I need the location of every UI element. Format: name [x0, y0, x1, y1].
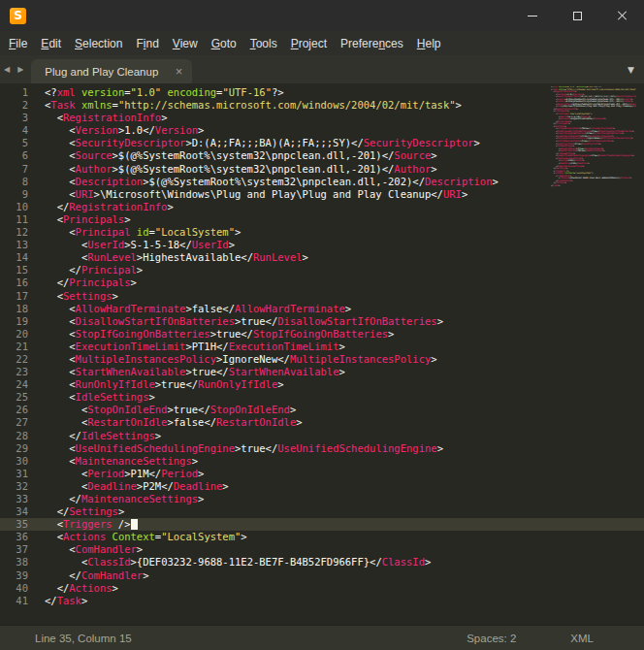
line-number: 18 — [0, 303, 37, 315]
line-number: 10 — [0, 201, 37, 213]
code-line-35[interactable]: 35 <Triggers /> — [0, 518, 644, 531]
menu-project[interactable]: Project — [284, 34, 334, 53]
line-number: 16 — [0, 276, 37, 289]
close-icon — [616, 10, 628, 21]
minimap[interactable]: <?xml version="1.0" encoding="UTF-16"?><… — [551, 86, 636, 625]
code-line-2[interactable]: 2<Task xmlns="http://schemas.microsoft.c… — [0, 99, 644, 112]
line-number: 13 — [0, 239, 37, 251]
menu-view[interactable]: View — [166, 34, 205, 53]
minimize-icon — [528, 16, 537, 16]
code-line-16[interactable]: 16 </Principals> — [0, 276, 644, 289]
code-line-10[interactable]: 10 </RegistrationInfo> — [0, 201, 644, 213]
line-number: 22 — [0, 353, 37, 366]
code-line-30[interactable]: 30 <MaintenanceSettings> — [0, 455, 644, 468]
code-area[interactable]: 1<?xml version="1.0" encoding="UTF-16"?>… — [0, 86, 644, 607]
menu-bar: FileEditSelectionFindViewGotoToolsProjec… — [0, 31, 644, 55]
line-number: 24 — [0, 378, 37, 391]
maximize-button[interactable] — [555, 0, 599, 31]
code-line-37[interactable]: 37 <ComHandler> — [0, 543, 644, 556]
line-number: 37 — [0, 543, 37, 556]
code-line-40[interactable]: 40 </Actions> — [0, 582, 644, 595]
code-line-38[interactable]: 38 <ClassId>{DEF03232-9688-11E2-BE7F-B4B… — [0, 556, 644, 569]
menu-selection[interactable]: Selection — [68, 34, 129, 53]
code-line-15[interactable]: 15 </Principal> — [0, 264, 644, 276]
line-number: 23 — [0, 366, 37, 378]
code-line-20[interactable]: 20 <StopIfGoingOnBatteries>true</StopIfG… — [0, 328, 644, 341]
code-line-4[interactable]: 4 <Version>1.0</Version> — [0, 124, 644, 137]
line-number: 29 — [0, 442, 37, 455]
menu-tools[interactable]: Tools — [243, 34, 284, 53]
line-number: 11 — [0, 213, 37, 226]
status-syntax[interactable]: XML — [570, 633, 594, 644]
code-line-3[interactable]: 3 <RegistrationInfo> — [0, 112, 644, 124]
line-number: 39 — [0, 569, 37, 582]
menu-file[interactable]: File — [2, 34, 34, 53]
code-line-18[interactable]: 18 <AllowHardTerminate>false</AllowHardT… — [0, 303, 644, 315]
code-line-14[interactable]: 14 <RunLevel>HighestAvailable</RunLevel> — [0, 251, 644, 264]
title-bar: S — [0, 0, 644, 31]
menu-edit[interactable]: Edit — [34, 34, 68, 53]
code-line-6[interactable]: 6 <Source>$(@%SystemRoot%\system32\pnpcl… — [0, 149, 644, 162]
code-line-21[interactable]: 21 <ExecutionTimeLimit>PT1H</ExecutionTi… — [0, 341, 644, 353]
code-line-27[interactable]: 27 <RestartOnIdle>false</RestartOnIdle> — [0, 416, 644, 429]
line-number: 9 — [0, 188, 37, 201]
code-line-5[interactable]: 5 <SecurityDescriptor>D:(A;;FA;;;BA)(A;;… — [0, 137, 644, 149]
code-line-39[interactable]: 39 </ComHandler> — [0, 569, 644, 582]
code-line-24[interactable]: 24 <RunOnlyIfIdle>true</RunOnlyIfIdle> — [0, 378, 644, 391]
line-number: 19 — [0, 315, 37, 328]
menu-goto[interactable]: Goto — [205, 34, 243, 53]
code-line-25[interactable]: 25 <IdleSettings> — [0, 391, 644, 404]
status-indentation[interactable]: Spaces: 2 — [467, 633, 516, 644]
status-right-group: Spaces: 2 XML — [467, 633, 594, 644]
status-bar: Line 35, Column 15 Spaces: 2 XML — [0, 625, 644, 650]
line-number: 33 — [0, 493, 37, 505]
code-line-41[interactable]: 41</Task> — [0, 595, 644, 607]
line-number: 1 — [0, 86, 37, 99]
line-number: 31 — [0, 468, 37, 480]
menu-help[interactable]: Help — [410, 34, 448, 53]
line-number: 20 — [0, 328, 37, 341]
menu-find[interactable]: Find — [129, 34, 165, 53]
close-button[interactable] — [599, 0, 644, 31]
code-line-1[interactable]: 1<?xml version="1.0" encoding="UTF-16"?> — [0, 86, 644, 99]
code-line-23[interactable]: 23 <StartWhenAvailable>true</StartWhenAv… — [0, 366, 644, 378]
code-line-34[interactable]: 34 </Settings> — [0, 505, 644, 518]
line-number: 40 — [0, 582, 37, 595]
tab-overflow-icon[interactable]: ▼ — [628, 65, 634, 75]
code-line-33[interactable]: 33 </MaintenanceSettings> — [0, 493, 644, 505]
code-line-19[interactable]: 19 <DisallowStartIfOnBatteries>true</Dis… — [0, 315, 644, 328]
line-number: 17 — [0, 290, 37, 303]
code-line-29[interactable]: 29 <UseUnifiedSchedulingEngine>true</Use… — [0, 442, 644, 455]
code-line-9[interactable]: 9 <URI>\Microsoft\Windows\Plug and Play\… — [0, 188, 644, 201]
menu-preferences[interactable]: Preferences — [334, 34, 410, 53]
code-line-11[interactable]: 11 <Principals> — [0, 213, 644, 226]
code-line-36[interactable]: 36 <Actions Context="LocalSystem"> — [0, 531, 644, 543]
code-line-8[interactable]: 8 <Description>$(@%SystemRoot%\system32\… — [0, 176, 644, 188]
tab-scroll-right-icon[interactable]: ▶ — [14, 65, 27, 74]
line-number: 6 — [0, 149, 37, 162]
line-number: 3 — [0, 112, 37, 124]
code-line-32[interactable]: 32 <Deadline>P2M</Deadline> — [0, 480, 644, 493]
code-line-12[interactable]: 12 <Principal id="LocalSystem"> — [0, 226, 644, 239]
code-line-28[interactable]: 28 </IdleSettings> — [0, 430, 644, 442]
editor[interactable]: 1<?xml version="1.0" encoding="UTF-16"?>… — [0, 83, 644, 625]
code-line-17[interactable]: 17 <Settings> — [0, 290, 644, 303]
tab-plug-and-play-cleanup[interactable]: Plug and Play Cleanup × — [31, 59, 192, 83]
code-line-7[interactable]: 7 <Author>$(@%SystemRoot%\system32\pnpcl… — [0, 163, 644, 176]
line-number: 34 — [0, 505, 37, 518]
tab-close-icon[interactable]: × — [176, 65, 183, 78]
tab-label: Plug and Play Cleanup — [45, 66, 163, 78]
code-line-22[interactable]: 22 <MultipleInstancesPolicy>IgnoreNew</M… — [0, 353, 644, 366]
code-line-31[interactable]: 31 <Period>P1M</Period> — [0, 468, 644, 480]
tab-scroll-left-icon[interactable]: ◀ — [0, 65, 14, 74]
line-number: 27 — [0, 416, 37, 429]
status-cursor-position: Line 35, Column 15 — [35, 633, 132, 644]
minimize-button[interactable] — [510, 0, 555, 31]
line-number: 28 — [0, 430, 37, 442]
code-line-26[interactable]: 26 <StopOnIdleEnd>true</StopOnIdleEnd> — [0, 404, 644, 416]
line-number: 30 — [0, 455, 37, 468]
sublime-text-window: S FileEditSelectionFindViewGotoToolsProj… — [0, 0, 644, 650]
code-line-13[interactable]: 13 <UserId>S-1-5-18</UserId> — [0, 239, 644, 251]
line-number: 7 — [0, 163, 37, 176]
line-number: 21 — [0, 341, 37, 353]
